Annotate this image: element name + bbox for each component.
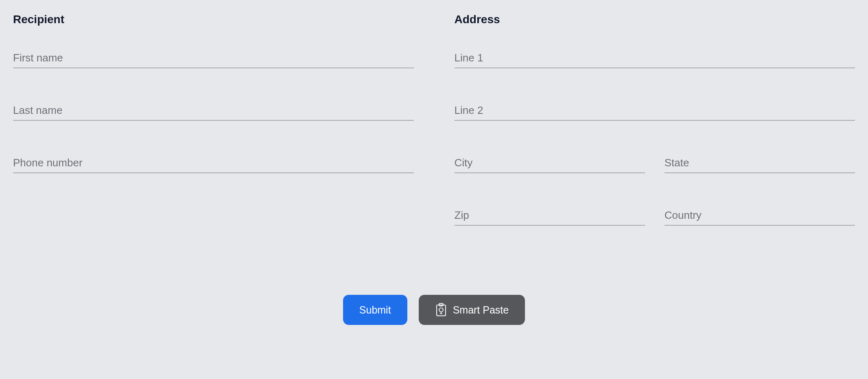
- clipboard-idea-icon: [435, 303, 447, 317]
- city-input[interactable]: [455, 153, 645, 173]
- state-field-wrap: [665, 153, 855, 173]
- last-name-input[interactable]: [13, 101, 414, 121]
- last-name-field-wrap: [13, 101, 414, 121]
- city-state-row: [455, 153, 855, 206]
- button-row: Submit Smart Paste: [13, 295, 855, 325]
- first-name-input[interactable]: [13, 48, 414, 68]
- smart-paste-button[interactable]: Smart Paste: [419, 295, 525, 325]
- submit-button[interactable]: Submit: [343, 295, 407, 325]
- country-input[interactable]: [665, 206, 855, 226]
- line2-input[interactable]: [455, 101, 855, 121]
- zip-input[interactable]: [455, 206, 645, 226]
- svg-point-2: [439, 308, 443, 312]
- zip-country-row: [455, 206, 855, 258]
- zip-field-wrap: [455, 206, 645, 226]
- recipient-column: Recipient: [13, 13, 414, 258]
- form-container: Recipient Address: [13, 13, 855, 258]
- svg-rect-0: [437, 305, 446, 316]
- phone-input[interactable]: [13, 153, 414, 173]
- recipient-heading: Recipient: [13, 13, 414, 26]
- line1-input[interactable]: [455, 48, 855, 68]
- phone-field-wrap: [13, 153, 414, 173]
- state-input[interactable]: [665, 153, 855, 173]
- country-field-wrap: [665, 206, 855, 226]
- submit-button-label: Submit: [359, 304, 391, 316]
- line2-field-wrap: [455, 101, 855, 121]
- city-field-wrap: [455, 153, 645, 173]
- address-heading: Address: [455, 13, 855, 26]
- smart-paste-button-label: Smart Paste: [453, 304, 509, 316]
- address-column: Address: [455, 13, 855, 258]
- line1-field-wrap: [455, 48, 855, 68]
- first-name-field-wrap: [13, 48, 414, 68]
